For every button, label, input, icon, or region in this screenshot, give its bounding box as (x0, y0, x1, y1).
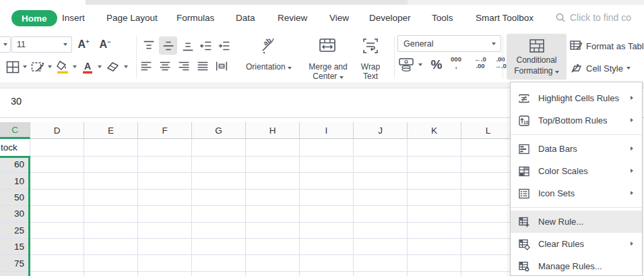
grid-cell[interactable] (84, 206, 138, 222)
grid-cell[interactable] (354, 255, 408, 271)
grid-cell[interactable] (461, 173, 515, 189)
menu-item-clear-rules[interactable]: Clear Rules (511, 233, 642, 255)
cell-c-tock[interactable]: tock (0, 139, 30, 157)
grid-cell[interactable] (408, 139, 461, 157)
column-header-f[interactable]: F (138, 122, 192, 139)
justify-button[interactable] (194, 58, 211, 74)
grid-cell[interactable] (138, 223, 192, 239)
align-top-button[interactable] (140, 38, 157, 54)
conditional-formatting-button[interactable]: Conditional Formatting (507, 34, 567, 80)
grid-cell[interactable] (408, 239, 461, 255)
grid-cell[interactable] (246, 190, 300, 206)
grid-cell[interactable] (192, 206, 246, 222)
grid-cell[interactable] (192, 272, 246, 276)
grid-cell[interactable] (354, 223, 408, 239)
font-name-combo[interactable] (0, 36, 11, 53)
grid-cell[interactable] (461, 157, 515, 173)
merge-and-center-button[interactable] (317, 36, 338, 55)
grid-cell[interactable] (84, 139, 138, 157)
column-header-d[interactable]: D (30, 122, 84, 139)
grid-cell[interactable] (192, 139, 246, 157)
tab-tools[interactable]: Tools (432, 13, 453, 23)
column-header-g[interactable]: G (192, 122, 246, 139)
grid-cell[interactable] (84, 157, 138, 173)
menu-item-color-scales[interactable]: Color Scales (511, 160, 642, 182)
grid-cell[interactable] (30, 239, 84, 255)
column-header-h[interactable]: H (246, 122, 300, 139)
grid-cell[interactable] (138, 239, 192, 255)
cell-c-25[interactable]: 25 (0, 223, 30, 239)
grid-cell[interactable] (138, 157, 192, 173)
orientation-button[interactable]: ab (259, 36, 279, 55)
grid-cell[interactable] (30, 173, 84, 189)
grid-cell[interactable] (30, 206, 84, 222)
tab-data[interactable]: Data (236, 13, 255, 23)
tab-view[interactable]: View (329, 13, 349, 23)
grid-cell[interactable] (461, 139, 515, 157)
eraser-button[interactable] (104, 58, 121, 76)
grid-cell[interactable] (461, 239, 515, 255)
grid-cell[interactable] (246, 206, 300, 222)
menu-item-manage-rules[interactable]: Manage Rules... (511, 255, 642, 276)
grid-cell[interactable] (408, 157, 461, 173)
increase-indent-button[interactable] (216, 38, 232, 54)
cell-c-10[interactable]: 10 (0, 173, 30, 189)
grid-cell[interactable] (300, 157, 354, 173)
grid-cell[interactable] (408, 190, 461, 206)
align-left-button[interactable] (137, 58, 154, 74)
grid-cell[interactable] (408, 173, 461, 189)
grid-cell[interactable] (300, 255, 354, 271)
percent-style-button[interactable]: % (427, 56, 446, 74)
grid-cell[interactable] (354, 272, 408, 276)
grid-cell[interactable] (354, 139, 408, 157)
grid-cell[interactable] (300, 272, 354, 276)
column-header-i[interactable]: I (300, 122, 354, 139)
grid-cell[interactable] (192, 239, 246, 255)
caret-down-icon[interactable] (124, 65, 128, 68)
grid-cell[interactable] (461, 255, 515, 271)
grid-cell[interactable] (354, 239, 408, 255)
grid-cell[interactable] (192, 223, 246, 239)
align-center-button[interactable] (156, 58, 173, 74)
grid-cell[interactable] (192, 190, 246, 206)
grid-cell[interactable] (461, 272, 515, 276)
grid-cell[interactable] (354, 206, 408, 222)
grid-cell[interactable] (354, 190, 408, 206)
wrap-text-label[interactable]: WrapText (355, 62, 386, 81)
grid-cell[interactable] (84, 190, 138, 206)
grid-cell[interactable] (30, 139, 84, 157)
currency-format-button[interactable] (397, 56, 416, 74)
column-header-k[interactable]: K (408, 122, 461, 139)
decrease-font-size-button[interactable]: A− (96, 36, 115, 53)
column-header-j[interactable]: J (354, 122, 408, 139)
menu-item-data-bars[interactable]: Data Bars (511, 138, 642, 160)
tab-page-layout[interactable]: Page Layout (106, 13, 158, 23)
search-box[interactable]: Click to find co (555, 12, 631, 23)
distributed-button[interactable] (213, 58, 230, 74)
grid-cell[interactable] (84, 255, 138, 271)
cell-style-button[interactable]: Cell Style (569, 61, 631, 75)
grid-cell[interactable] (138, 272, 192, 276)
menu-item-icon-sets[interactable]: Icon Sets (511, 182, 642, 204)
draw-border-button[interactable] (29, 58, 46, 76)
grid-cell[interactable] (138, 139, 192, 157)
align-bottom-button[interactable] (179, 38, 196, 54)
font-size-combo[interactable]: 11 (11, 36, 72, 53)
grid-cell[interactable] (354, 157, 408, 173)
caret-down-icon[interactable] (418, 63, 422, 66)
cell-c-30[interactable]: 30 (0, 206, 30, 222)
cell-c-40[interactable]: 40 (0, 272, 30, 276)
grid-cell[interactable] (84, 173, 138, 189)
grid-cell[interactable] (461, 190, 515, 206)
column-header-e[interactable]: E (84, 122, 138, 139)
menu-item-top-bottom-rules[interactable]: 10Top/Bottom Rules (511, 109, 642, 132)
grid-cell[interactable] (300, 239, 354, 255)
grid-cell[interactable] (246, 239, 300, 255)
tab-developer[interactable]: Developer (369, 13, 411, 23)
increase-decimal-button[interactable]: ←.0.00 (470, 56, 490, 70)
grid-cell[interactable] (84, 272, 138, 276)
tab-smart-toolbox[interactable]: Smart Toolbox (476, 13, 534, 23)
merge-and-center-label[interactable]: Merge and Center (301, 62, 355, 81)
font-color-button[interactable]: A (79, 58, 96, 76)
grid-cell[interactable] (30, 157, 84, 173)
